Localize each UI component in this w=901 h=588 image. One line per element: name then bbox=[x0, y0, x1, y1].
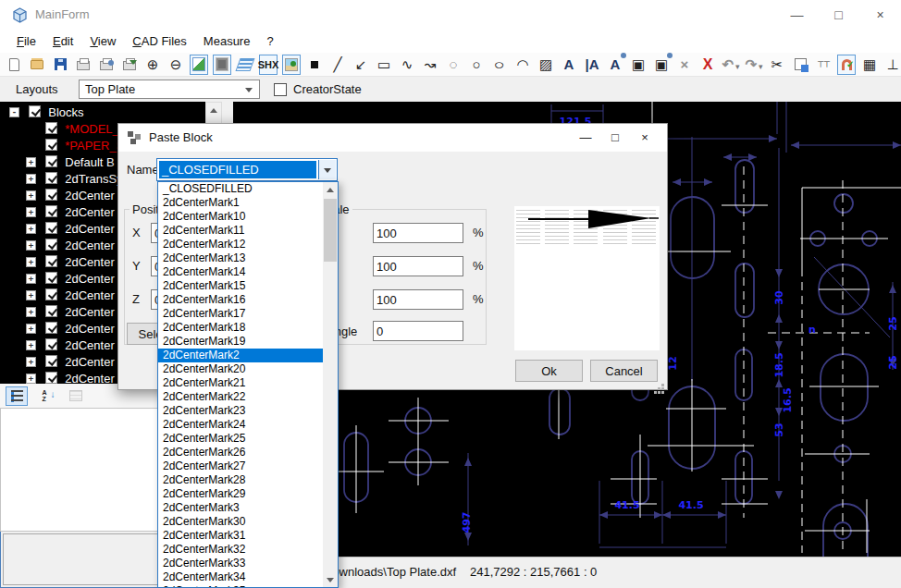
tree-expander-icon[interactable]: + bbox=[26, 290, 36, 300]
ortho-icon[interactable]: ⊥ bbox=[883, 55, 901, 75]
dropdown-scrollbar[interactable] bbox=[323, 182, 338, 587]
tree-expander-icon[interactable]: + bbox=[26, 257, 36, 267]
tree-expander-icon[interactable]: - bbox=[9, 107, 19, 117]
property-pages-icon[interactable] bbox=[65, 386, 87, 406]
block-edit-icon[interactable]: ▣ bbox=[652, 55, 671, 75]
tree-expander-icon[interactable]: + bbox=[26, 157, 36, 167]
dimension-icon[interactable]: ⊤⊤ bbox=[814, 55, 833, 75]
creatorstate-checkbox[interactable] bbox=[274, 83, 287, 96]
angle-input[interactable] bbox=[373, 321, 463, 341]
dropdown-item[interactable]: 2dCenterMark30 bbox=[158, 515, 323, 529]
dropdown-item[interactable]: 2dCenterMark2 bbox=[158, 349, 323, 362]
shx-fonts-button[interactable]: SHX bbox=[259, 55, 278, 75]
tree-checkbox[interactable] bbox=[45, 239, 57, 251]
draw-arc-icon[interactable]: ◠ bbox=[513, 55, 532, 75]
tree-checkbox[interactable] bbox=[45, 305, 57, 317]
background-toggle-icon[interactable] bbox=[213, 55, 231, 75]
dropdown-item[interactable]: 2dCenterMark25 bbox=[158, 432, 323, 446]
draw-circle-icon[interactable]: ○ bbox=[467, 55, 486, 75]
snap-magnet-icon[interactable] bbox=[837, 55, 856, 75]
dropdown-item[interactable]: 2dCenterMark32 bbox=[158, 543, 323, 557]
tree-checkbox[interactable] bbox=[45, 172, 57, 184]
paste-icon[interactable] bbox=[791, 55, 809, 75]
tree-checkbox[interactable] bbox=[45, 255, 57, 267]
show-images-icon[interactable] bbox=[282, 55, 301, 75]
redo-icon[interactable]: ↷ bbox=[745, 55, 763, 75]
tree-checkbox[interactable] bbox=[45, 222, 57, 234]
sort-az-icon[interactable] bbox=[35, 386, 57, 406]
tree-expander-icon[interactable]: + bbox=[26, 207, 36, 217]
layers-icon[interactable] bbox=[236, 55, 254, 75]
block-name-combobox[interactable]: _CLOSEDFILLED bbox=[156, 158, 338, 181]
scroll-up-icon[interactable] bbox=[323, 182, 338, 197]
tree-expander-icon[interactable]: + bbox=[26, 174, 36, 184]
dialog-minimize-button[interactable]: — bbox=[571, 124, 600, 152]
grid-icon[interactable]: ▦ bbox=[860, 55, 879, 75]
maximize-button[interactable]: □ bbox=[818, 0, 859, 30]
close-button[interactable]: × bbox=[859, 0, 901, 30]
dropdown-item[interactable]: 2dCenterMark17 bbox=[158, 307, 323, 321]
scale-input[interactable] bbox=[373, 289, 463, 310]
draw-spline-icon[interactable]: ↝ bbox=[421, 55, 439, 75]
save-icon[interactable] bbox=[51, 55, 69, 75]
tree-expander-icon[interactable]: + bbox=[26, 374, 36, 384]
menu-item[interactable]: View bbox=[81, 30, 124, 53]
batch-print-icon[interactable] bbox=[120, 55, 139, 75]
point-style-icon[interactable] bbox=[305, 55, 324, 75]
tree-checkbox[interactable] bbox=[45, 322, 57, 334]
menu-item[interactable]: CAD Files bbox=[124, 30, 195, 53]
dropdown-item[interactable]: _CLOSEDFILLED bbox=[158, 182, 323, 196]
delete-icon[interactable]: X bbox=[698, 55, 717, 75]
zoom-in-icon[interactable]: ⊕ bbox=[143, 55, 162, 75]
tree-expander-icon[interactable]: + bbox=[26, 357, 36, 367]
tree-item[interactable]: - Blocks bbox=[0, 104, 205, 120]
dropdown-item[interactable]: 2dCenterMark18 bbox=[158, 321, 323, 335]
dropdown-item[interactable]: 2dCenterMark34 bbox=[158, 570, 323, 584]
tree-checkbox[interactable] bbox=[45, 139, 57, 151]
tree-checkbox[interactable] bbox=[45, 355, 57, 367]
draw-leader-icon[interactable]: ↙ bbox=[352, 55, 370, 75]
scale-input[interactable] bbox=[373, 223, 463, 243]
ok-button[interactable]: Ok bbox=[515, 360, 583, 382]
cancel-button[interactable]: Cancel bbox=[590, 360, 658, 382]
dropdown-item[interactable]: 2dCenterMark28 bbox=[158, 473, 323, 487]
dropdown-item[interactable]: 2dCenterMark11 bbox=[158, 224, 323, 238]
dropdown-item[interactable]: 2dCenterMark10 bbox=[158, 210, 323, 224]
menu-item[interactable]: Edit bbox=[44, 30, 81, 53]
dropdown-item[interactable]: 2dCenterMark16 bbox=[158, 293, 323, 307]
dropdown-item[interactable]: 2dCenterMark26 bbox=[158, 446, 323, 459]
dropdown-item[interactable]: 2dCenterMark14 bbox=[158, 265, 323, 279]
dropdown-item[interactable]: 2dCenterMark13 bbox=[158, 251, 323, 265]
tree-expander-icon[interactable]: + bbox=[26, 274, 36, 284]
dropdown-item[interactable]: 2dCenterMark15 bbox=[158, 279, 323, 293]
tree-expander-icon[interactable]: + bbox=[26, 307, 36, 317]
undo-icon[interactable]: ↶ bbox=[722, 55, 740, 75]
dialog-title-bar[interactable]: Paste Block — □ × bbox=[118, 124, 667, 152]
tree-checkbox[interactable] bbox=[45, 205, 57, 217]
hatch-icon[interactable]: ▨ bbox=[537, 55, 555, 75]
tree-checkbox[interactable] bbox=[45, 372, 57, 384]
tree-checkbox[interactable] bbox=[45, 338, 57, 350]
menu-item[interactable]: ? bbox=[258, 30, 281, 53]
draw-cloud-icon[interactable]: ◌ bbox=[444, 55, 463, 75]
text-icon[interactable]: A bbox=[560, 55, 578, 75]
dropdown-item[interactable]: 2dCenterMark33 bbox=[158, 557, 323, 570]
tree-checkbox[interactable] bbox=[45, 288, 57, 300]
dialog-maximize-button[interactable]: □ bbox=[600, 124, 630, 152]
dropdown-item[interactable]: 2dCenterMark24 bbox=[158, 418, 323, 432]
draw-ellipse-icon[interactable]: ○ bbox=[490, 55, 509, 75]
menu-item[interactable]: File bbox=[8, 30, 44, 53]
tree-expander-icon[interactable]: + bbox=[26, 224, 36, 234]
dropdown-item[interactable]: 2dCenterMark19 bbox=[158, 335, 323, 349]
dropdown-item[interactable]: 2dCenterMark27 bbox=[158, 459, 323, 473]
tree-expander-icon[interactable]: + bbox=[26, 240, 36, 251]
scroll-down-icon[interactable] bbox=[323, 572, 338, 587]
tree-checkbox[interactable] bbox=[45, 272, 57, 284]
menu-item[interactable]: Measure bbox=[195, 30, 259, 53]
layout-combobox[interactable]: Top Plate bbox=[79, 80, 260, 99]
dropdown-item[interactable]: 2dCenterMark3 bbox=[158, 501, 323, 515]
dropdown-arrow-icon[interactable] bbox=[734, 56, 740, 73]
text-style-icon[interactable]: A bbox=[606, 55, 624, 75]
print-setup-icon[interactable] bbox=[97, 55, 116, 75]
dropdown-item[interactable]: 2dCenterMark20 bbox=[158, 362, 323, 376]
